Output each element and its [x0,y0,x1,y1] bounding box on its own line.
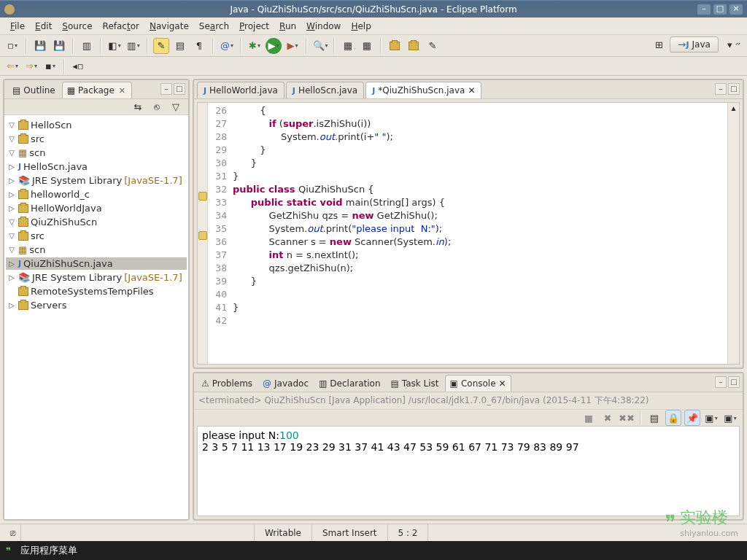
tab-console[interactable]: ▣Console✕ [445,375,511,392]
run-ext-button[interactable]: ▶ [285,38,301,54]
tree-project[interactable]: QiuZhiShuScn [31,217,97,228]
warning-marker[interactable] [198,231,207,240]
open-perspective-button[interactable]: ⊞ [651,36,667,52]
new-button[interactable]: ▫ [4,38,20,54]
pin-button[interactable]: ◂▫ [70,58,86,74]
tree-file-selected[interactable]: QiuZhiShuScn.java [23,258,113,269]
menu-refactor[interactable]: Refactor [98,20,144,33]
package-explorer[interactable]: ▽HelloScn ▽src ▽▦scn ▷JHelloScn.java ▷📚J… [4,115,188,519]
new-package-button[interactable]: ▥ [125,38,142,54]
app-menu-icon[interactable]: ❞ [6,545,16,556]
forward-button[interactable]: ⇒ [23,58,39,74]
tab-tasks[interactable]: ▤Task List [387,376,444,392]
tree-file[interactable]: HelloScn.java [23,161,88,172]
close-tab-icon[interactable]: ✕ [499,378,506,389]
save-button[interactable]: 💾 [32,38,48,54]
tab-outline-label: Outline [23,85,55,96]
chevron-down-icon[interactable]: ▾ ״ [727,39,741,50]
editor-max-button[interactable]: □ [728,83,740,95]
editor-tab-2[interactable]: J*QiuZhiShuScn.java✕ [365,82,481,98]
src-icon [18,135,28,144]
status-icon: ⎚ [10,528,15,538]
menu-navigate[interactable]: Navigate [145,20,193,33]
toggle-breadcrumb-button[interactable]: ▤ [172,38,188,54]
view-min-button[interactable]: – [160,83,172,95]
save-all-button[interactable]: 💾 [51,38,67,54]
editor-tab-0[interactable]: JHelloWorld.java [197,82,285,98]
maximize-button[interactable]: □ [713,4,727,15]
back-button[interactable]: ⇐ [4,58,20,74]
java-file-icon: J [372,86,375,96]
toggle-mark-button[interactable]: ¶ [191,38,207,54]
new-class-button[interactable]: ◧ [107,38,123,54]
tree-src[interactable]: src [31,133,44,144]
menu-edit[interactable]: Edit [31,20,56,33]
tree-project[interactable]: HelloScn [31,120,72,131]
console-min-button[interactable]: – [715,376,727,388]
open-type-button[interactable] [387,38,403,54]
menu-project[interactable]: Project [235,20,274,33]
warning-marker[interactable] [198,192,207,201]
tree-project[interactable]: RemoteSystemsTempFiles [31,286,154,297]
menu-help[interactable]: Help [347,20,375,33]
taskbar[interactable]: ❞ 应用程序菜单 [0,541,747,560]
tree-lib[interactable]: JRE System Library [32,272,122,283]
menu-run[interactable]: Run [275,20,301,33]
scroll-lock-button[interactable]: 🔒 [665,410,681,426]
menu-search[interactable]: Search [195,20,233,33]
tab-declaration[interactable]: ▥Declaration [314,376,385,392]
src-icon [18,232,28,241]
console-output[interactable]: please input N:100 2 3 5 7 11 13 17 19 2… [197,426,740,516]
build-button[interactable]: ▥ [79,38,95,54]
run-button[interactable]: ▶ [266,38,282,54]
tab-outline[interactable]: ▤Outline [7,82,62,98]
tool1-button[interactable]: ▦ [340,38,356,54]
tree-src[interactable]: src [31,230,44,241]
close-tab-icon[interactable]: ✕ [468,85,475,96]
remove-all-button[interactable]: ✖✖ [619,410,635,426]
menu-source[interactable]: Source [58,20,96,33]
editor-tab-1[interactable]: JHelloScn.java [286,82,364,98]
java-file-icon: J [18,162,21,171]
minimize-button[interactable]: – [697,4,711,15]
editor-min-button[interactable]: – [715,83,727,95]
collapse-all-button[interactable]: ⇆ [130,99,146,115]
up-button[interactable]: ▪ [42,58,58,74]
tab-javadoc[interactable]: @Javadoc [258,376,313,392]
vscrollbar[interactable]: ▴ [727,103,739,364]
at-button[interactable]: @ [219,38,235,54]
close-tab-icon[interactable]: ✕ [119,86,125,96]
misc-button[interactable]: ✎ [425,38,441,54]
menu-file[interactable]: File [6,20,29,33]
tree-pkg[interactable]: scn [29,244,45,255]
debug-button[interactable]: ✱ [247,38,263,54]
tree-pkg[interactable]: scn [29,147,45,158]
tree-project[interactable]: HelloWorldJava [31,203,102,214]
tab-problems[interactable]: ⚠Problems [197,376,257,392]
tree-lib[interactable]: JRE System Library [32,175,122,186]
view-menu-button[interactable]: ▽ [168,99,184,115]
ruler[interactable] [198,103,208,364]
app-menu-label[interactable]: 应用程序菜单 [20,544,77,557]
view-max-button[interactable]: □ [174,83,185,95]
wand-button[interactable]: ✎ [153,38,169,54]
close-button[interactable]: × [729,4,743,15]
perspective-java[interactable]: 🡒J Java [670,36,718,52]
tab-package[interactable]: ▦Package✕ [62,82,132,98]
open-task-button[interactable] [406,38,422,54]
open-console-button[interactable]: ▣ [722,410,738,426]
link-editor-button[interactable]: ⎋ [149,99,165,115]
terminate-button[interactable]: ■ [581,410,597,426]
tree-project[interactable]: Servers [31,300,66,311]
menu-window[interactable]: Window [302,20,345,33]
pin-console-button[interactable]: 📌 [684,410,700,426]
remove-launch-button[interactable]: ✖ [600,410,616,426]
display-console-button[interactable]: ▣ [703,410,719,426]
tool2-button[interactable]: ▦ [359,38,375,54]
search-tool-button[interactable]: 🔍 [312,38,328,54]
tab-label: Task List [402,378,439,389]
console-max-button[interactable]: □ [728,376,740,388]
clear-console-button[interactable]: ▤ [646,410,662,426]
code-editor[interactable]: { if (super.isZhiShu(i)) System.out.prin… [230,103,727,364]
tree-project[interactable]: helloworld_c [31,189,90,200]
